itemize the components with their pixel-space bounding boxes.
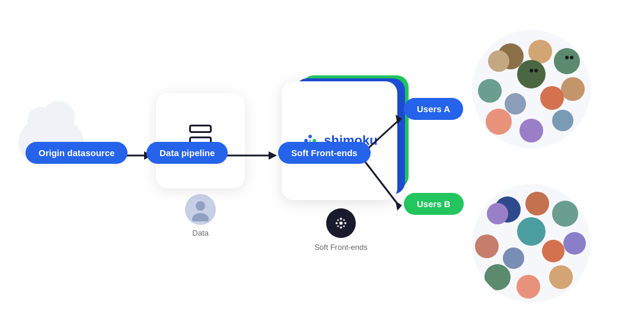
stack-front-card: shimoku <box>282 81 397 200</box>
soft-frontends-card-stack: shimoku <box>282 81 400 200</box>
svg-point-29 <box>554 48 580 74</box>
svg-point-22 <box>343 220 345 221</box>
data-sublabel: Data <box>192 229 208 237</box>
data-person-icon <box>185 194 216 225</box>
svg-point-33 <box>486 109 512 135</box>
svg-point-37 <box>540 86 564 110</box>
svg-point-52 <box>475 234 499 258</box>
soft-frontends-pill[interactable]: Soft Front-ends <box>278 142 371 164</box>
svg-point-19 <box>336 222 338 224</box>
svg-point-23 <box>337 226 339 227</box>
users-b-avatars <box>469 181 594 306</box>
users-a-cluster <box>469 27 594 151</box>
users-b-pill[interactable]: Users B <box>404 193 464 215</box>
svg-point-46 <box>525 192 549 215</box>
users-b-cluster <box>469 181 594 306</box>
svg-point-18 <box>340 227 342 229</box>
svg-point-40 <box>534 69 538 72</box>
svg-point-10 <box>308 135 312 138</box>
svg-point-36 <box>517 60 546 88</box>
svg-point-38 <box>505 93 526 115</box>
data-pipeline-card-wrapper: Data <box>156 93 245 238</box>
users-a-pill[interactable]: Users A <box>404 98 463 120</box>
users-a-avatars <box>469 27 594 151</box>
data-pipeline-pill[interactable]: Data pipeline <box>146 142 228 164</box>
svg-point-56 <box>503 247 524 269</box>
svg-point-47 <box>552 201 578 227</box>
svg-point-28 <box>528 40 552 64</box>
soft-frontends-sublabel-wrapper: Soft Front-ends <box>282 208 400 252</box>
data-sublabel-wrapper: Data <box>156 194 245 238</box>
svg-point-8 <box>196 201 205 211</box>
svg-point-51 <box>484 264 511 290</box>
svg-point-42 <box>570 56 573 59</box>
soft-frontends-sublabel: Soft Front-ends <box>314 243 368 252</box>
soft-frontends-icon <box>326 208 356 238</box>
svg-point-32 <box>519 119 543 142</box>
svg-point-20 <box>345 222 347 224</box>
svg-point-39 <box>530 69 533 72</box>
svg-point-9 <box>192 213 209 221</box>
architecture-diagram: Origin datasource Data Data pipeline <box>8 10 636 301</box>
svg-marker-3 <box>269 151 277 160</box>
svg-point-17 <box>340 218 342 220</box>
svg-point-50 <box>517 275 540 299</box>
svg-point-30 <box>561 77 585 101</box>
data-pipeline-card <box>156 93 245 188</box>
svg-point-34 <box>478 79 502 103</box>
svg-point-53 <box>487 203 508 224</box>
svg-point-54 <box>517 217 546 246</box>
soft-frontends-stack: shimoku Soft Front-ends <box>282 81 400 252</box>
origin-datasource-pill[interactable]: Origin datasource <box>25 142 127 164</box>
svg-point-41 <box>565 56 569 59</box>
svg-point-49 <box>549 265 573 289</box>
svg-point-24 <box>343 226 345 227</box>
svg-point-35 <box>488 50 509 72</box>
svg-point-21 <box>337 220 339 221</box>
svg-point-16 <box>339 221 343 225</box>
svg-point-48 <box>563 232 586 255</box>
svg-point-31 <box>552 110 573 131</box>
svg-point-55 <box>542 240 565 262</box>
